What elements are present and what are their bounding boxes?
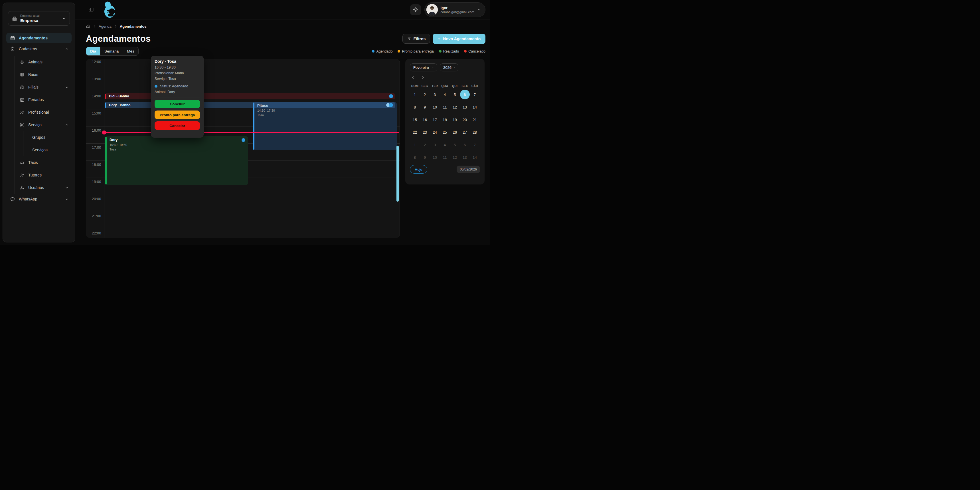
sidebar-item-label: Filiais — [28, 85, 61, 89]
day-13[interactable]: 13 — [460, 101, 470, 113]
view-tab-dia[interactable]: Dia — [86, 47, 100, 56]
day-16[interactable]: 16 — [420, 113, 430, 126]
current-time-line — [104, 132, 399, 133]
day-22[interactable]: 22 — [410, 126, 420, 139]
vertical-scrollbar[interactable] — [396, 145, 399, 202]
pronto-para-entrega-button[interactable]: Pronto para entrega — [154, 110, 200, 119]
day-10-next-month[interactable]: 10 — [430, 151, 440, 164]
day-13-next-month[interactable]: 13 — [460, 151, 470, 164]
day-2[interactable]: 2 — [420, 88, 430, 101]
event-pituco[interactable]: Pituco14:30 -17:30Tosa — [253, 102, 397, 150]
sidebar-item-filiais[interactable]: Filiais — [15, 81, 72, 93]
day-5-next-month[interactable]: 5 — [450, 139, 460, 151]
prev-month-button[interactable] — [411, 75, 415, 80]
day-14[interactable]: 14 — [470, 101, 480, 113]
day-18[interactable]: 18 — [440, 113, 450, 126]
day-4[interactable]: 4 — [440, 88, 450, 101]
day-9[interactable]: 9 — [420, 101, 430, 113]
day-1-next-month[interactable]: 1 — [410, 139, 420, 151]
day-1[interactable]: 1 — [410, 88, 420, 101]
sidebar-item-servico[interactable]: Serviço — [15, 118, 72, 131]
day-28[interactable]: 28 — [470, 126, 480, 139]
day-17[interactable]: 17 — [430, 113, 440, 126]
day-8[interactable]: 8 — [410, 101, 420, 113]
sidebar-item-profissional[interactable]: Profissional — [15, 106, 72, 118]
legend-item: Agendado — [372, 49, 393, 53]
day-11[interactable]: 11 — [440, 101, 450, 113]
event-time: 14:30 -17:30 — [257, 109, 394, 112]
sidebar-item-grupos[interactable]: Grupos — [23, 131, 72, 144]
current-time-dot — [102, 131, 106, 134]
day-5[interactable]: 5 — [450, 88, 460, 101]
weekday-headers: DOMSEGTERQUAQUISEXSÁB — [410, 84, 480, 88]
month-select[interactable]: Fevereiro — [410, 63, 437, 72]
day-3-next-month[interactable]: 3 — [430, 139, 440, 151]
event-didi[interactable]: Didi - Banho — [105, 93, 395, 99]
day-10[interactable]: 10 — [430, 101, 440, 113]
today-button[interactable]: Hoje — [410, 165, 427, 174]
event-dory[interactable]: Dory16:30 -19:30Tosa — [105, 136, 248, 185]
day-15[interactable]: 15 — [410, 113, 420, 126]
day-2-next-month[interactable]: 2 — [420, 139, 430, 151]
filters-button[interactable]: Filtros — [402, 34, 430, 44]
day-7[interactable]: 7 — [470, 88, 480, 101]
view-tab-semana[interactable]: Semana — [100, 47, 123, 56]
sidebar-collapse-button[interactable] — [88, 7, 94, 12]
plus-icon: + — [438, 36, 441, 41]
sidebar-item-taxis[interactable]: Táxis — [15, 156, 72, 169]
sidebar-nav: AgendamentosCadastrosAnimaisBaiasFiliais… — [6, 33, 72, 204]
day-4-next-month[interactable]: 4 — [440, 139, 450, 151]
time-label: 21:00 — [92, 214, 101, 218]
sidebar-item-animais[interactable]: Animais — [15, 56, 72, 68]
day-12[interactable]: 12 — [450, 101, 460, 113]
sidebar-item-usuarios[interactable]: Usuários — [15, 181, 72, 194]
next-month-button[interactable] — [420, 75, 425, 80]
day-12-next-month[interactable]: 12 — [450, 151, 460, 164]
day-8-next-month[interactable]: 8 — [410, 151, 420, 164]
sidebar-item-label: Serviço — [28, 123, 61, 127]
sidebar-item-tutores[interactable]: Tutores — [15, 169, 72, 181]
selected-day-circle: 6 — [460, 90, 470, 99]
sidebar-item-whatsapp[interactable]: WhatsApp — [6, 194, 72, 204]
home-icon[interactable] — [86, 24, 91, 29]
day-14-next-month[interactable]: 14 — [470, 151, 480, 164]
day-21[interactable]: 21 — [470, 113, 480, 126]
day-23[interactable]: 23 — [420, 126, 430, 139]
chat-icon — [10, 196, 15, 202]
sidebar-item-cadastros[interactable]: Cadastros — [6, 44, 72, 54]
day-3[interactable]: 3 — [430, 88, 440, 101]
cancelar-button[interactable]: Cancelar — [154, 121, 200, 130]
chevron-left-icon — [411, 76, 415, 79]
day-26[interactable]: 26 — [450, 126, 460, 139]
sidebar-item-baias[interactable]: Baias — [15, 68, 72, 81]
day-25[interactable]: 25 — [440, 126, 450, 139]
concluir-button[interactable]: Concluir — [154, 100, 200, 108]
sidebar-item-servicos[interactable]: Serviços — [23, 144, 72, 156]
breadcrumb: Agenda Agendamentos — [86, 24, 485, 29]
day-11-next-month[interactable]: 11 — [440, 151, 450, 164]
sidebar-item-agendamentos[interactable]: Agendamentos — [6, 33, 72, 43]
theme-toggle-button[interactable] — [410, 4, 421, 15]
user-menu[interactable]: Igor coronaigor@gmail.com — [425, 2, 485, 17]
sidebar-item-feriados[interactable]: Feriados — [15, 93, 72, 106]
event-service: Tosa — [110, 148, 245, 151]
day-7-next-month[interactable]: 7 — [470, 139, 480, 151]
day-19[interactable]: 19 — [450, 113, 460, 126]
weekday-header: DOM — [410, 84, 420, 88]
day-9-next-month[interactable]: 9 — [420, 151, 430, 164]
status-dot — [154, 85, 158, 88]
breadcrumb-agendamentos[interactable]: Agendamentos — [120, 24, 146, 29]
breadcrumb-agenda[interactable]: Agenda — [99, 24, 111, 29]
view-tab-mes[interactable]: Mês — [123, 47, 138, 56]
day-6[interactable]: 6 — [460, 88, 470, 101]
day-20[interactable]: 20 — [460, 113, 470, 126]
event-dory-banho[interactable]: Dory - Banho — [105, 102, 395, 108]
hour-gridline — [86, 212, 399, 212]
year-select[interactable]: 2026 — [440, 63, 458, 72]
company-selector[interactable]: Empresa atual Empresa — [8, 11, 70, 26]
day-6-next-month[interactable]: 6 — [460, 139, 470, 151]
new-appointment-button[interactable]: + Novo Agendamento — [433, 34, 485, 44]
day-27[interactable]: 27 — [460, 126, 470, 139]
day-24[interactable]: 24 — [430, 126, 440, 139]
selected-date-chip[interactable]: 06/02/2026 — [457, 166, 480, 173]
